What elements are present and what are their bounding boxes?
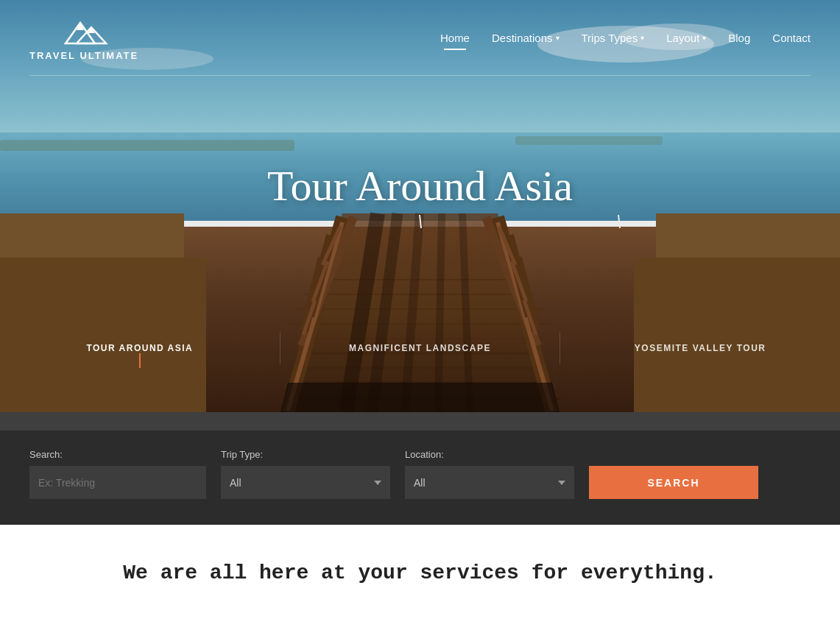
trip-type-label: Trip Type: — [221, 449, 390, 460]
tagline-text: We are all here at your services for eve… — [29, 562, 811, 584]
location-label: Location: — [405, 449, 574, 460]
search-label: Search: — [29, 449, 206, 460]
slide-2[interactable]: MAGNIFICENT LANDSCAPE — [280, 332, 561, 364]
trip-type-select[interactable]: All — [221, 466, 390, 499]
nav-destinations[interactable]: Destinations ▾ — [492, 32, 560, 44]
logo[interactable]: TRAVEL ULTIMATE — [29, 15, 138, 61]
slide-1-indicator — [139, 353, 141, 368]
search-section: Search: Trip Type: All Location: All SEA… — [0, 431, 840, 525]
slider-labels: TOUR AROUND ASIA MAGNIFICENT LANDSCAPE Y… — [0, 332, 840, 364]
nav-blog[interactable]: Blog — [728, 32, 750, 44]
nav-home[interactable]: Home — [440, 32, 470, 44]
nav-layout[interactable]: Layout ▾ — [666, 32, 706, 44]
logo-mountain-icon — [58, 15, 110, 49]
nav-contact[interactable]: Contact — [772, 32, 811, 44]
search-button[interactable]: SEARCH — [589, 466, 758, 499]
main-nav: Home Destinations ▾ Trips Types ▾ Layout… — [440, 32, 811, 44]
trips-types-chevron-icon: ▾ — [640, 34, 644, 42]
search-group: Search: — [29, 449, 206, 499]
hero-title: Tour Around Asia — [267, 161, 573, 210]
hero-section: TRAVEL ULTIMATE Home Destinations ▾ Trip… — [0, 0, 840, 412]
nav-trips-types[interactable]: Trips Types ▾ — [582, 32, 645, 44]
logo-text: TRAVEL ULTIMATE — [29, 50, 138, 61]
location-select[interactable]: All — [405, 466, 574, 499]
slide-1[interactable]: TOUR AROUND ASIA — [0, 332, 280, 364]
destinations-chevron-icon: ▾ — [556, 34, 560, 42]
dark-bar — [0, 412, 840, 431]
header: TRAVEL ULTIMATE Home Destinations ▾ Trip… — [0, 0, 840, 76]
header-divider — [29, 75, 811, 76]
layout-chevron-icon: ▾ — [702, 34, 706, 42]
slide-3[interactable]: YOSEMITE VALLEY TOUR — [560, 332, 840, 364]
tagline-section: We are all here at your services for eve… — [0, 525, 840, 621]
search-input[interactable] — [29, 466, 206, 499]
location-group: Location: All — [405, 449, 574, 499]
trip-type-group: Trip Type: All — [221, 449, 390, 499]
